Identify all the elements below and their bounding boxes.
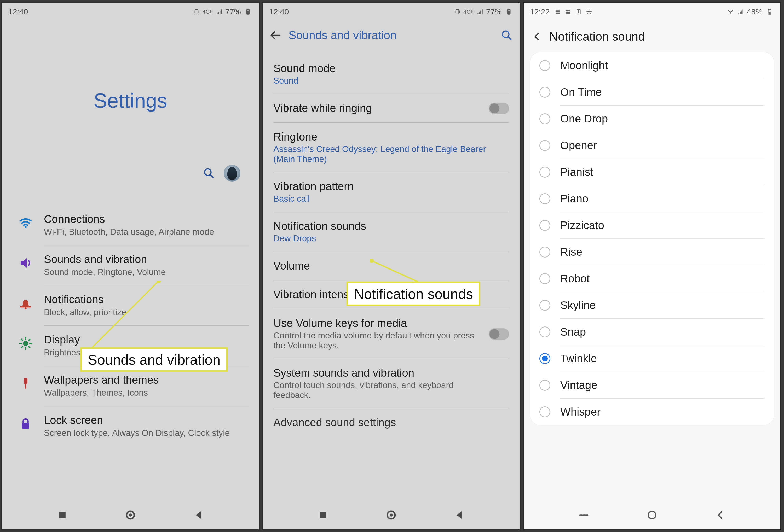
radio-button[interactable] <box>539 353 550 364</box>
sound-option[interactable]: On Time <box>530 79 774 106</box>
radio-button[interactable] <box>539 193 550 204</box>
item-subtitle: Control touch sounds, vibrations, and ke… <box>273 380 509 400</box>
option-label: Moonlight <box>560 59 608 72</box>
svg-point-37 <box>566 10 568 11</box>
option-label: Twinkle <box>560 352 597 365</box>
item-subtitle: Sound mode, Ringtone, Volume <box>44 267 249 277</box>
nav-home-button[interactable] <box>646 509 658 521</box>
radio-button[interactable] <box>539 167 550 178</box>
sound-option[interactable]: Twinkle <box>530 345 774 372</box>
sound-option[interactable]: Snap <box>530 319 774 345</box>
back-button[interactable] <box>270 29 282 41</box>
svg-point-45 <box>590 10 591 10</box>
nav-recent-button[interactable] <box>56 509 68 521</box>
status-clock: 12:22 <box>530 7 550 16</box>
nav-recent-button[interactable] <box>578 509 590 521</box>
item-value: Basic call <box>273 194 509 204</box>
callout-notification-sounds: Notification sounds <box>346 282 480 306</box>
sound-option[interactable]: Piano <box>530 185 774 212</box>
setting-system-sounds[interactable]: System sounds and vibration Control touc… <box>263 359 520 409</box>
network-type-indicator: 4GE <box>202 8 213 15</box>
radio-button[interactable] <box>539 326 550 337</box>
svg-rect-29 <box>508 11 510 14</box>
radio-button[interactable] <box>539 300 550 311</box>
item-subtitle: Control the media volume by default when… <box>273 331 509 351</box>
item-title: Advanced sound settings <box>273 416 509 429</box>
battery-icon <box>765 8 774 15</box>
svg-line-35 <box>372 261 420 283</box>
svg-rect-3 <box>247 11 249 14</box>
search-button[interactable] <box>203 167 215 179</box>
status-bar: 12:22 48% <box>524 3 780 21</box>
nav-bar <box>2 501 259 529</box>
sound-option[interactable]: One Drop <box>530 106 774 132</box>
option-label: Snap <box>560 326 586 338</box>
battery-icon <box>244 8 252 15</box>
setting-vibration-pattern[interactable]: Vibration pattern Basic call <box>263 172 520 212</box>
item-title: Wallpapers and themes <box>44 374 249 386</box>
plus-icon <box>585 8 593 15</box>
sound-option[interactable]: Moonlight <box>530 52 774 79</box>
setting-notification-sounds[interactable]: Notification sounds Dew Drops <box>263 212 520 252</box>
setting-volume-keys-media[interactable]: Use Volume keys for media Control the me… <box>263 309 520 359</box>
item-subtitle: Wi-Fi, Bluetooth, Data usage, Airplane m… <box>44 227 249 237</box>
radio-button[interactable] <box>539 140 550 151</box>
option-label: Pizzicato <box>560 219 604 232</box>
settings-item-connections[interactable]: Connections Wi-Fi, Bluetooth, Data usage… <box>2 205 259 245</box>
toggle-switch[interactable] <box>489 102 509 114</box>
radio-button[interactable] <box>539 113 550 124</box>
nav-back-button[interactable] <box>193 509 204 521</box>
settings-item-sounds[interactable]: Sounds and vibration Sound mode, Rington… <box>2 245 259 286</box>
svg-rect-51 <box>768 12 771 14</box>
nav-recent-button[interactable] <box>317 509 329 521</box>
toggle-switch[interactable] <box>489 328 509 340</box>
item-title: Vibrate while ringing <box>273 102 509 114</box>
sound-option[interactable]: Skyline <box>530 292 774 319</box>
svg-rect-55 <box>649 512 655 519</box>
settings-item-lockscreen[interactable]: Lock screen Screen lock type, Always On … <box>2 406 259 446</box>
battery-percent: 48% <box>747 7 762 16</box>
setting-ringtone[interactable]: Ringtone Assassin's Creed Odyssey: Legen… <box>263 123 520 172</box>
status-bar: 12:40 4GE 77% <box>2 3 259 21</box>
radio-button[interactable] <box>539 273 550 284</box>
sound-option[interactable]: Whisper <box>530 398 774 425</box>
nav-back-button[interactable] <box>454 509 465 521</box>
account-avatar[interactable] <box>224 165 241 181</box>
vibrate-icon <box>192 8 201 15</box>
callout-sounds-and-vibration: Sounds and vibration <box>81 347 228 372</box>
search-button[interactable] <box>501 29 513 41</box>
sound-option[interactable]: Pianist <box>530 159 774 185</box>
nav-back-button[interactable] <box>715 509 726 521</box>
radio-button[interactable] <box>539 220 550 231</box>
back-button[interactable] <box>532 31 542 42</box>
option-label: Vintage <box>560 379 597 391</box>
svg-point-4 <box>205 169 211 176</box>
setting-sound-mode[interactable]: Sound mode Sound <box>263 54 520 94</box>
radio-button[interactable] <box>539 60 550 71</box>
sound-option[interactable]: Vintage <box>530 372 774 398</box>
sound-options-card: Moonlight On Time One Drop Opener Pianis… <box>530 52 774 425</box>
wifi-icon <box>726 8 735 15</box>
sound-option[interactable]: Robot <box>530 265 774 292</box>
setting-vibrate-while-ringing[interactable]: Vibrate while ringing <box>263 94 520 123</box>
nav-home-button[interactable] <box>386 509 397 521</box>
item-value: Assassin's Creed Odyssey: Legend of the … <box>273 144 509 164</box>
svg-rect-26 <box>456 9 459 14</box>
settings-item-wallpapers[interactable]: Wallpapers and themes Wallpapers, Themes… <box>2 366 259 406</box>
option-label: On Time <box>560 86 602 98</box>
svg-rect-28 <box>508 9 509 10</box>
item-title: Sound mode <box>273 62 509 75</box>
sound-option[interactable]: Rise <box>530 239 774 265</box>
radio-button[interactable] <box>539 380 550 391</box>
radio-button[interactable] <box>539 87 550 98</box>
setting-advanced-sound[interactable]: Advanced sound settings <box>263 409 520 437</box>
radio-button[interactable] <box>539 406 550 417</box>
status-clock: 12:40 <box>8 7 28 16</box>
svg-rect-0 <box>195 9 198 14</box>
radio-button[interactable] <box>539 246 550 258</box>
status-clock: 12:40 <box>269 7 289 16</box>
sound-option[interactable]: Opener <box>530 132 774 159</box>
nav-home-button[interactable] <box>125 509 136 521</box>
sound-option[interactable]: Pizzicato <box>530 212 774 239</box>
svg-line-24 <box>88 281 159 351</box>
